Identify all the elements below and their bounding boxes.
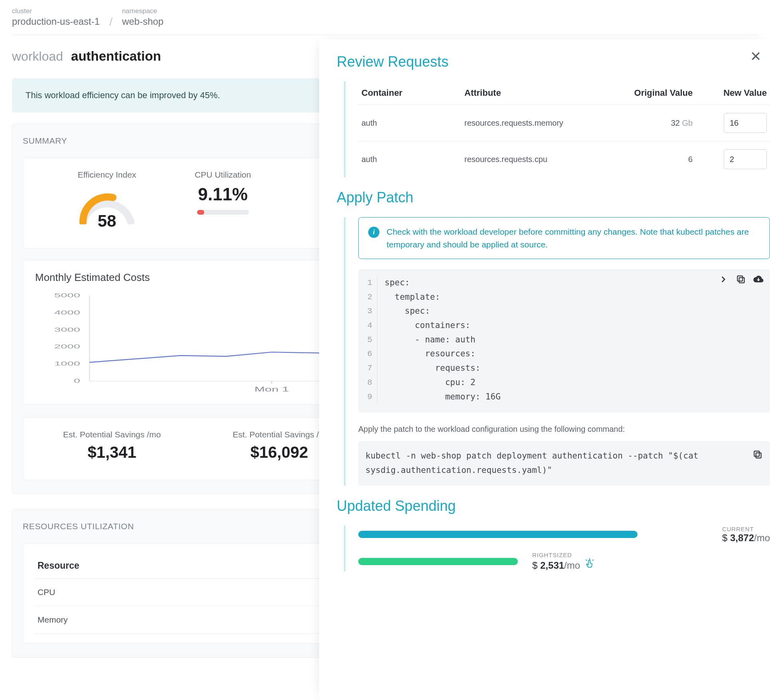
spending-current-row: CURRENT $ 3,872/mo: [358, 526, 770, 544]
yaml-code-block: 1 2 3 4 5 6 7 8 9 spec: template: spec: …: [358, 269, 770, 413]
svg-rect-15: [754, 451, 759, 457]
svg-text:0: 0: [74, 378, 80, 384]
breadcrumb-namespace[interactable]: namespace web-shop: [122, 7, 164, 28]
close-icon[interactable]: ✕: [750, 49, 761, 63]
svg-rect-14: [756, 453, 761, 458]
breadcrumb-namespace-value: web-shop: [122, 16, 164, 28]
svg-text:1000: 1000: [54, 360, 80, 367]
efficiency-index-metric: Efficiency Index 58: [75, 170, 139, 228]
table-row: authresources.requests.memory 32 Gb: [358, 105, 770, 141]
spending-rightsized-value: 2,531: [540, 560, 564, 571]
col-new: New Value: [696, 81, 770, 105]
cpu-util-bar: [197, 210, 249, 215]
savings-mo-label: Est. Potential Savings /mo: [63, 430, 161, 439]
efficiency-gauge: 58: [75, 184, 139, 228]
review-requests-table: Container Attribute Original Value New V…: [358, 81, 770, 177]
savings-monthly: Est. Potential Savings /mo $1,341: [63, 430, 161, 461]
expand-icon[interactable]: [718, 274, 729, 291]
spending-rightsized-label: RIGHTSIZED: [532, 552, 595, 558]
workload-label: workload: [12, 49, 63, 64]
efficiency-value: 58: [75, 212, 139, 231]
cpu-util-label: CPU Utilization: [195, 170, 251, 180]
savings-yr-value: $16,092: [233, 443, 326, 461]
svg-text:4000: 4000: [54, 309, 80, 316]
new-value-input[interactable]: [724, 113, 767, 133]
breadcrumb-cluster-value: production-us-east-1: [12, 16, 100, 28]
apply-patch-title: Apply Patch: [337, 189, 770, 206]
copy-command-icon[interactable]: [752, 449, 763, 465]
breadcrumb: cluster production-us-east-1 / namespace…: [12, 7, 758, 35]
col-attribute: Attribute: [461, 81, 601, 105]
spending-current-meta: CURRENT $ 3,872/mo: [722, 526, 770, 544]
col-container: Container: [358, 81, 461, 105]
info-icon: i: [368, 227, 379, 238]
savings-mo-value: $1,341: [63, 443, 161, 461]
breadcrumb-separator: /: [109, 15, 113, 29]
svg-text:3000: 3000: [54, 326, 80, 333]
breadcrumb-cluster[interactable]: cluster production-us-east-1: [12, 7, 100, 28]
spending-rightsized-bar: [358, 558, 518, 565]
spending-current-label: CURRENT: [722, 526, 770, 532]
command-block: kubectl -n web-shop patch deployment aut…: [358, 441, 770, 485]
cpu-util-value: 9.11%: [195, 184, 251, 204]
svg-text:2000: 2000: [54, 343, 80, 350]
svg-rect-12: [739, 278, 744, 283]
new-value-input[interactable]: [724, 149, 767, 169]
command-note: Apply the patch to the workload configur…: [358, 425, 770, 434]
svg-text:5000: 5000: [54, 293, 80, 299]
review-requests-title: Review Requests: [337, 53, 770, 70]
spending-current-value: 3,872: [730, 532, 754, 543]
patch-info-text: Check with the workload developer before…: [387, 225, 760, 251]
col-resource[interactable]: Resource: [34, 553, 346, 579]
patch-info-box: i Check with the workload developer befo…: [358, 217, 770, 259]
spending-rightsized-row: RIGHTSIZED $ 2,531/mo: [358, 552, 770, 571]
copy-icon[interactable]: [736, 274, 746, 291]
savings-yearly: Est. Potential Savings /yr $16,092: [233, 430, 326, 461]
workload-name: authentication: [71, 49, 161, 64]
side-panel: ✕ Review Requests Container Attribute Or…: [319, 39, 770, 700]
download-icon[interactable]: [753, 274, 764, 291]
savings-yr-label: Est. Potential Savings /yr: [233, 430, 326, 439]
col-original: Original Value: [601, 81, 696, 105]
command-text: kubectl -n web-shop patch deployment aut…: [365, 449, 752, 477]
svg-rect-13: [737, 276, 742, 281]
table-row: authresources.requests.cpu 6: [358, 141, 770, 178]
tap-icon[interactable]: [584, 559, 595, 571]
spending-current-bar: [358, 531, 638, 538]
svg-text:Mon 1: Mon 1: [255, 386, 289, 393]
efficiency-label: Efficiency Index: [75, 170, 139, 180]
updated-spending-title: Updated Spending: [337, 498, 770, 514]
breadcrumb-cluster-label: cluster: [12, 7, 100, 15]
spending-rightsized-meta: RIGHTSIZED $ 2,531/mo: [532, 552, 595, 571]
cpu-utilization-metric: CPU Utilization 9.11%: [195, 170, 251, 228]
breadcrumb-namespace-label: namespace: [122, 7, 164, 15]
